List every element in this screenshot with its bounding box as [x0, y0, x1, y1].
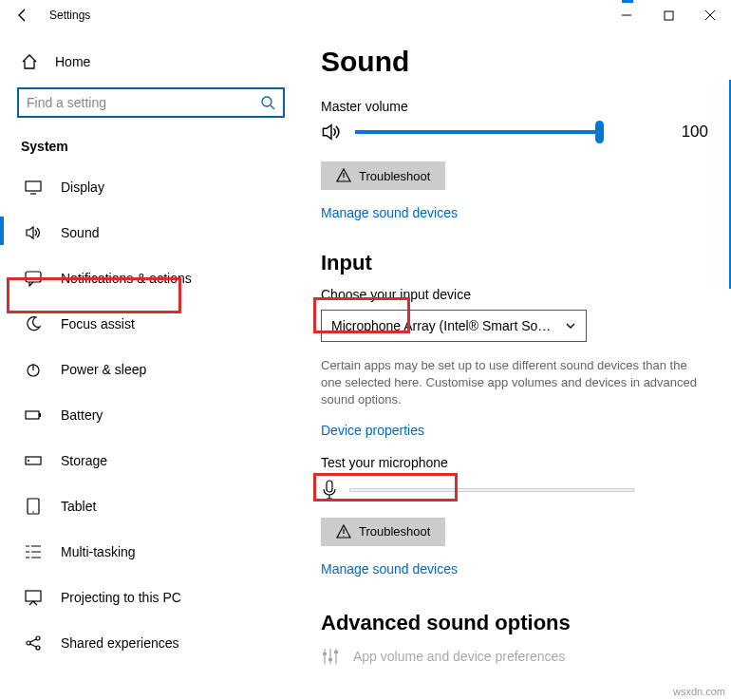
accent-strip [622, 0, 633, 3]
sidebar-item-battery[interactable]: Battery [17, 403, 279, 427]
sidebar-item-focus[interactable]: Focus assist [17, 312, 279, 336]
content-pane: Sound Master volume 100 Troubleshoot Man… [296, 30, 731, 700]
svg-point-1 [262, 97, 272, 106]
minimize-button[interactable] [606, 0, 647, 30]
svg-rect-16 [323, 653, 327, 655]
warning-icon [336, 168, 351, 183]
sidebar-item-label: Notifications & actions [61, 271, 192, 286]
sidebar-item-label: Battery [61, 407, 103, 423]
home-icon [21, 53, 38, 70]
home-label: Home [55, 54, 90, 69]
close-button[interactable] [689, 0, 731, 30]
svg-point-13 [36, 636, 40, 640]
manage-output-link[interactable]: Manage sound devices [321, 205, 458, 220]
selected-device: Microphone Array (Intel® Smart So… [331, 318, 551, 333]
advanced-row[interactable]: App volume and device preferences [321, 647, 708, 666]
multitask-icon [25, 543, 42, 560]
speaker-icon [321, 122, 342, 142]
microphone-icon [321, 480, 338, 501]
input-note: Certain apps may be set up to use differ… [321, 357, 708, 409]
mic-test-row [321, 480, 708, 501]
choose-input-label: Choose your input device [321, 287, 708, 302]
titlebar: Settings [0, 0, 731, 30]
sidebar-item-sound[interactable]: Sound [17, 220, 279, 245]
input-heading: Input [321, 251, 708, 275]
test-mic-label: Test your microphone [321, 455, 708, 470]
sidebar-item-label: Sound [61, 225, 99, 240]
sidebar-item-label: Projecting to this PC [61, 590, 181, 605]
sidebar-item-label: Multi-tasking [61, 544, 136, 559]
tablet-icon [25, 498, 42, 515]
svg-rect-15 [327, 481, 332, 492]
input-device-select[interactable]: Microphone Array (Intel® Smart So… [321, 310, 587, 342]
sidebar-item-storage[interactable]: Storage [17, 448, 279, 473]
svg-rect-2 [26, 181, 41, 191]
troubleshoot-input-button[interactable]: Troubleshoot [321, 518, 445, 546]
svg-point-14 [36, 646, 40, 650]
svg-point-8 [28, 460, 29, 462]
sidebar-item-projecting[interactable]: Projecting to this PC [17, 585, 279, 610]
maximize-icon [664, 10, 674, 21]
sidebar-item-label: Tablet [61, 499, 96, 514]
app-title: Settings [49, 9, 90, 22]
search-field[interactable] [27, 95, 260, 110]
sidebar-item-power[interactable]: Power & sleep [17, 357, 279, 382]
svg-rect-5 [26, 411, 39, 419]
svg-rect-18 [334, 651, 338, 653]
manage-input-link[interactable]: Manage sound devices [321, 561, 458, 577]
maximize-button[interactable] [647, 0, 689, 30]
svg-rect-3 [26, 272, 41, 282]
advanced-row-label: App volume and device preferences [353, 649, 565, 664]
sidebar-item-display[interactable]: Display [17, 175, 279, 199]
volume-slider[interactable] [355, 130, 602, 134]
troubleshoot-output-button[interactable]: Troubleshoot [321, 161, 445, 190]
volume-value: 100 [682, 123, 708, 142]
svg-rect-17 [328, 658, 332, 661]
minimize-icon [621, 9, 632, 21]
battery-icon [25, 407, 42, 424]
search-input[interactable] [17, 87, 285, 118]
chevron-down-icon [565, 320, 576, 331]
sidebar-item-label: Power & sleep [61, 362, 146, 377]
svg-rect-11 [26, 591, 41, 601]
sidebar-item-shared[interactable]: Shared experiences [17, 631, 279, 655]
group-title: System [21, 139, 279, 154]
svg-point-12 [27, 641, 30, 645]
device-properties-link[interactable]: Device properties [321, 423, 424, 438]
master-volume-row: 100 [321, 122, 708, 142]
button-label: Troubleshoot [359, 169, 430, 183]
svg-rect-6 [39, 413, 41, 417]
page-title: Sound [321, 46, 708, 78]
sidebar-item-label: Focus assist [61, 316, 135, 331]
power-icon [25, 361, 42, 378]
sidebar-item-notifications[interactable]: Notifications & actions [17, 266, 279, 291]
volume-thumb[interactable] [595, 121, 604, 143]
sidebar-item-multitasking[interactable]: Multi-tasking [17, 539, 279, 564]
nav-list: Display Sound Notifications & actions Fo… [17, 175, 279, 655]
svg-point-10 [32, 511, 34, 513]
button-label: Troubleshoot [359, 524, 430, 539]
home-link[interactable]: Home [21, 53, 279, 70]
master-volume-label: Master volume [321, 99, 708, 114]
search-icon [260, 95, 275, 110]
back-button[interactable] [9, 2, 36, 28]
chat-icon [25, 270, 42, 287]
sliders-icon [321, 647, 340, 666]
project-icon [25, 589, 42, 606]
svg-rect-0 [665, 11, 673, 20]
sidebar-item-label: Display [61, 180, 104, 195]
moon-icon [25, 315, 42, 332]
display-icon [25, 179, 42, 196]
sound-icon [25, 224, 42, 241]
warning-icon [336, 524, 351, 539]
advanced-heading: Advanced sound options [321, 611, 708, 635]
watermark: wsxdn.com [673, 686, 725, 697]
storage-icon [25, 452, 42, 469]
share-icon [25, 634, 42, 652]
arrow-left-icon [15, 8, 30, 23]
mic-level-bar [349, 488, 634, 492]
sidebar-item-tablet[interactable]: Tablet [17, 494, 279, 519]
sidebar-item-label: Shared experiences [61, 635, 179, 651]
close-icon [704, 9, 716, 21]
sidebar-item-label: Storage [61, 453, 107, 468]
